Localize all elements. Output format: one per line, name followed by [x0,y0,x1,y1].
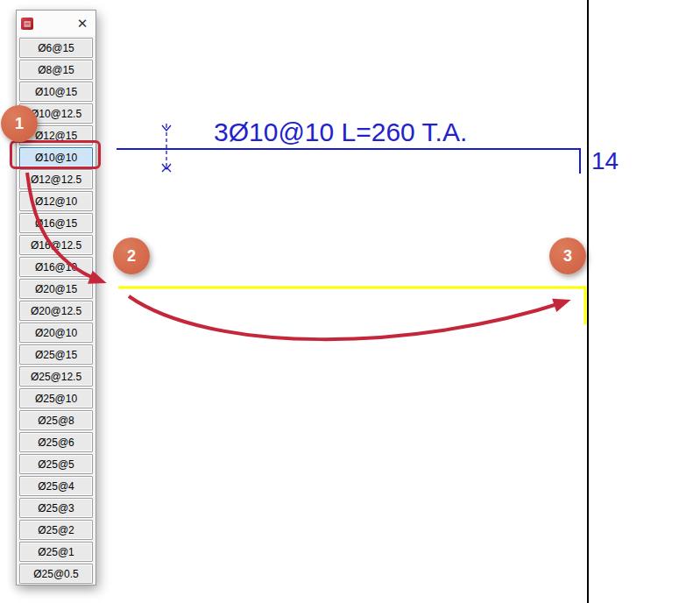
rebar-text-label: 3Ø10@10 L=260 T.A. [214,117,467,147]
annotation-overlay [0,0,700,603]
palette-button--25-2[interactable]: Ø25@2 [19,520,93,540]
palette-button--25-6[interactable]: Ø25@6 [19,432,93,452]
selected-button-highlight [10,140,101,169]
palette-button--20-15[interactable]: Ø20@15 [19,279,93,299]
step-badge-1: 1 [1,105,38,142]
step-arrow-2 [129,296,566,339]
palette-button--6-15[interactable]: Ø6@15 [19,38,93,58]
app-icon: ▤ [21,18,33,30]
rebar-bottom-line [118,287,585,324]
rebar-count-label: 14 [591,147,619,175]
palette-button--25-0-5[interactable]: Ø25@0.5 [19,564,93,584]
palette-button--25-1[interactable]: Ø25@1 [19,542,93,562]
palette-button--20-12-5[interactable]: Ø20@12.5 [19,301,93,321]
insertion-marker-icon [162,124,171,172]
palette-titlebar[interactable]: ▤ ✕ [17,11,95,36]
step-badge-3: 3 [549,238,586,274]
palette-button--25-8[interactable]: Ø25@8 [19,410,93,430]
palette-button--25-12-5[interactable]: Ø25@12.5 [19,366,93,387]
palette-button--25-3[interactable]: Ø25@3 [19,498,93,518]
palette-button--12-12-5[interactable]: Ø12@12.5 [19,169,93,189]
palette-button--16-12-5[interactable]: Ø16@12.5 [19,235,93,255]
step-badge-2: 2 [113,238,150,274]
palette-button--8-15[interactable]: Ø8@15 [19,60,93,80]
palette-button--25-10[interactable]: Ø25@10 [19,388,93,408]
palette-button--10-15[interactable]: Ø10@15 [19,82,93,102]
close-icon[interactable]: ✕ [74,15,91,32]
palette-button--25-5[interactable]: Ø25@5 [19,454,93,474]
palette-button--16-10[interactable]: Ø16@10 [19,257,93,277]
palette-button--25-4[interactable]: Ø25@4 [19,476,93,496]
rebar-palette-window: ▤ ✕ Ø6@15Ø8@15Ø10@15Ø10@12.5Ø12@15Ø10@10… [16,10,96,585]
reference-vertical-line [587,0,589,603]
palette-button--16-15[interactable]: Ø16@15 [19,213,93,233]
palette-button--20-10[interactable]: Ø20@10 [19,323,93,343]
rebar-top-line [117,149,580,174]
palette-button--12-10[interactable]: Ø12@10 [19,191,93,211]
palette-button--25-15[interactable]: Ø25@15 [19,344,93,365]
